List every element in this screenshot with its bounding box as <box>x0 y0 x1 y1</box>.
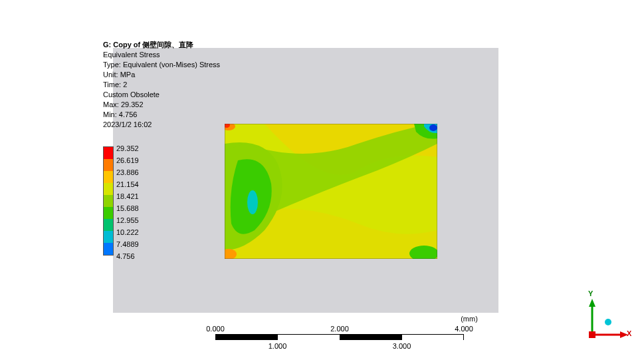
scale-tick-3: 3.000 <box>393 342 411 350</box>
legend-val-6: 12.955 <box>116 214 139 226</box>
svg-point-2 <box>429 124 437 131</box>
result-min: Min: 4.756 <box>103 110 220 120</box>
scale-bar: 0.000 2.000 4.000 (mm) 1.000 3.000 <box>215 325 464 351</box>
scale-seg <box>215 335 278 340</box>
legend-bar <box>103 146 114 256</box>
svg-rect-13 <box>589 331 595 338</box>
scale-axis <box>215 334 464 341</box>
legend-val-1: 26.619 <box>116 154 139 166</box>
legend-seg-3 <box>104 183 113 195</box>
result-unit: Unit: MPa <box>103 70 220 80</box>
legend-val-4: 18.421 <box>116 190 139 202</box>
svg-point-1 <box>247 190 258 214</box>
scale-tick-4: 4.000 <box>455 325 473 333</box>
stress-contour-plot[interactable] <box>225 124 437 259</box>
legend-val-9: 4.756 <box>116 250 139 262</box>
result-timestamp: 2023/1/2 16:02 <box>103 120 220 130</box>
legend-seg-1 <box>104 159 113 171</box>
legend-labels: 29.352 26.619 23.886 21.154 18.421 15.68… <box>116 142 139 262</box>
legend-seg-2 <box>104 171 113 183</box>
triad-x-label: X <box>627 329 631 337</box>
legend-val-8: 7.4889 <box>116 238 139 250</box>
legend-seg-0 <box>104 147 113 159</box>
scale-unit: (mm) <box>461 315 478 323</box>
result-time: Time: 2 <box>103 80 220 90</box>
legend-seg-5 <box>104 207 113 219</box>
svg-marker-9 <box>589 299 595 307</box>
legend-seg-6 <box>104 219 113 231</box>
color-legend: 29.352 26.619 23.886 21.154 18.421 15.68… <box>103 146 114 256</box>
legend-seg-7 <box>104 231 113 243</box>
scale-tick-0: 0.000 <box>206 325 225 333</box>
result-custom: Custom Obsolete <box>103 90 220 100</box>
legend-val-5: 15.688 <box>116 202 139 214</box>
analysis-title: G: Copy of 侧壁间隙、直降 <box>103 40 220 50</box>
orientation-triad[interactable]: Y X <box>579 293 632 347</box>
result-max: Max: 29.352 <box>103 100 220 110</box>
scale-tick-2: 2.000 <box>330 325 349 333</box>
legend-val-0: 29.352 <box>116 142 139 154</box>
svg-point-12 <box>605 319 611 325</box>
result-info-block: G: Copy of 侧壁间隙、直降 Equivalent Stress Typ… <box>103 40 220 130</box>
scale-seg <box>340 335 402 340</box>
legend-val-2: 23.886 <box>116 166 139 178</box>
result-type: Type: Equivalent (von-Mises) Stress <box>103 60 220 70</box>
scale-seg <box>278 335 340 340</box>
scale-tick-1: 1.000 <box>268 342 287 350</box>
result-name: Equivalent Stress <box>103 50 220 60</box>
legend-val-3: 21.154 <box>116 178 139 190</box>
legend-seg-4 <box>104 195 113 207</box>
triad-y-label: Y <box>588 289 593 297</box>
legend-val-7: 10.222 <box>116 226 139 238</box>
scale-seg <box>402 335 464 340</box>
legend-seg-8 <box>104 243 113 255</box>
